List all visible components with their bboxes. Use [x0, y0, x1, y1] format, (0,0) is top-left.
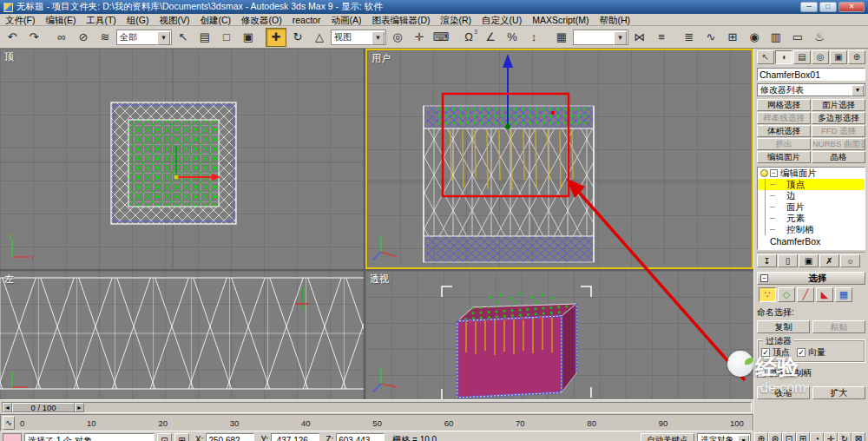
stack-item-handle[interactable]: 控制柄 — [758, 224, 865, 235]
x-coordinate-input[interactable] — [206, 433, 254, 441]
material-editor-button[interactable]: ◉ — [744, 28, 765, 47]
paste-button[interactable]: 粘贴 — [812, 320, 865, 333]
menu-file[interactable]: 文件(F) — [0, 14, 40, 26]
mini-curve-editor-button[interactable]: ∿ — [3, 416, 15, 430]
toolbar-separator[interactable] — [452, 28, 457, 47]
menu-edit[interactable]: 编辑(E) — [40, 14, 81, 26]
filter-vector-checkbox[interactable]: 向量 — [797, 346, 825, 359]
render-setup-button[interactable]: ▥ — [766, 28, 786, 47]
select-and-move-button[interactable]: ✚ — [266, 28, 286, 47]
modify-tab[interactable]: ◖ — [775, 50, 792, 64]
zoom-extents-button[interactable]: ⊡ — [782, 432, 796, 441]
create-tab[interactable]: ↖ — [757, 50, 774, 64]
element-mode-button[interactable]: ▦ — [835, 287, 852, 302]
menu-reactor[interactable]: reactor — [287, 14, 326, 26]
viewport-user-label[interactable]: 用户 — [372, 52, 391, 65]
named-selection-dropdown[interactable] — [573, 30, 628, 45]
menu-rendering[interactable]: 渲染(R) — [436, 14, 477, 26]
select-and-scale-button[interactable]: △ — [309, 28, 330, 47]
absolute-offset-toggle[interactable]: ⊞ — [174, 433, 189, 441]
previous-frame-button[interactable]: ◄ — [3, 403, 12, 412]
track-bar[interactable]: ∿ 0 10 20 30 40 50 60 70 80 90 — [0, 414, 753, 431]
field-of-view-button[interactable]: ◔ — [810, 432, 824, 441]
stack-item-edge[interactable]: 边 — [758, 190, 865, 201]
select-and-rotate-button[interactable]: ↻ — [287, 28, 308, 47]
next-frame-button[interactable]: ► — [75, 403, 84, 412]
utilities-tab[interactable]: ⊕ — [848, 50, 865, 64]
menu-create[interactable]: 创建(C) — [195, 14, 237, 26]
volume-select-button[interactable]: 体积选择 — [757, 125, 811, 137]
viewport-left-label[interactable]: 左 — [4, 273, 14, 286]
shrink-button[interactable]: 收缩 — [757, 386, 810, 399]
expand-icon[interactable]: − — [770, 169, 778, 177]
use-center-button[interactable]: ◎ — [387, 28, 408, 47]
stack-item-vertex[interactable]: 顶点 — [758, 179, 865, 190]
object-name-input[interactable] — [757, 68, 865, 81]
filter-vertex-checkbox[interactable]: 顶点 — [761, 346, 790, 359]
mesh-select-button[interactable]: 网格选择 — [757, 99, 811, 111]
percent-snap-button[interactable]: % — [502, 28, 523, 47]
minimize-button[interactable]: ─ — [800, 2, 818, 12]
extrude-button[interactable]: 挤出 — [757, 138, 811, 150]
selection-region-button[interactable]: □ — [216, 28, 237, 47]
window-crossing-button[interactable]: ▣ — [238, 28, 259, 47]
time-slider-track[interactable]: ◄ 0 / 100 ► — [2, 402, 752, 413]
min-max-toggle-button[interactable]: ⊠ — [852, 432, 865, 441]
schematic-view-button[interactable]: ⊞ — [722, 28, 743, 47]
viewport-top[interactable]: 顶 — [0, 49, 364, 269]
stack-item-element[interactable]: 元素 — [758, 213, 865, 224]
lattice-button[interactable]: 晶格 — [812, 151, 865, 163]
pin-stack-button[interactable]: ↧ — [757, 254, 777, 267]
select-and-link-button[interactable]: ∞ — [51, 28, 72, 47]
spline-select-button[interactable]: 样条线选择 — [757, 112, 811, 124]
time-slider-handle[interactable]: 0 / 100 — [12, 403, 75, 412]
menu-customize[interactable]: 自定义(U) — [477, 14, 527, 26]
arc-rotate-button[interactable]: ↻ — [838, 432, 852, 441]
edit-named-selections-button[interactable]: ▦ — [551, 28, 572, 47]
viewport-perspective[interactable]: 透视 — [365, 271, 753, 399]
undo-button[interactable]: ↶ — [2, 28, 23, 47]
menu-animation[interactable]: 动画(A) — [326, 14, 366, 26]
patch-select-button[interactable]: 面片选择 — [812, 99, 865, 111]
stack-item-edit-patch[interactable]: − 编辑面片 — [758, 168, 865, 179]
auto-key-button[interactable]: 自动关键点 — [641, 433, 694, 441]
menu-maxscript[interactable]: MAXScript(M) — [527, 14, 594, 26]
display-tab[interactable]: ▣ — [830, 50, 847, 64]
render-frame-button[interactable]: ▭ — [787, 28, 808, 47]
toolbar-separator[interactable] — [260, 28, 265, 47]
toolbar-separator[interactable] — [45, 28, 50, 47]
selection-lock-toggle[interactable]: ⊡ — [157, 433, 172, 441]
zoom-extents-all-button[interactable]: ⊞ — [796, 432, 810, 441]
remove-modifier-button[interactable]: ✗ — [819, 254, 839, 267]
z-coordinate-input[interactable] — [336, 433, 385, 441]
stack-item-patch[interactable]: 面片 — [758, 201, 865, 213]
toolbar-separator[interactable] — [545, 28, 550, 47]
keyboard-override-button[interactable]: ⌨ — [431, 28, 451, 47]
mirror-button[interactable]: ⋈ — [629, 28, 650, 47]
menu-views[interactable]: 视图(V) — [155, 14, 195, 26]
stack-item-chamferbox[interactable]: ChamferBox — [758, 235, 865, 247]
menu-tools[interactable]: 工具(T) — [81, 14, 121, 26]
toolbar-separator[interactable] — [673, 28, 678, 47]
configure-modifier-sets-button[interactable]: ☼ — [840, 254, 860, 267]
ffd-select-button[interactable]: FFD 选择 — [812, 125, 865, 137]
redo-button[interactable]: ↷ — [23, 28, 44, 47]
key-scope-dropdown[interactable]: 选定对象 — [697, 433, 751, 441]
nurbs-surface-select-button[interactable]: NURBS 曲面选择 — [812, 138, 865, 150]
y-coordinate-input[interactable] — [271, 433, 319, 441]
vertex-mode-button[interactable]: ∵ — [759, 287, 776, 302]
zoom-all-button[interactable]: ⊛ — [768, 432, 782, 441]
patch-mode-button[interactable]: ◣ — [816, 287, 833, 302]
layer-manager-button[interactable]: ≣ — [679, 28, 700, 47]
edge-mode-button[interactable]: ╱ — [797, 287, 814, 302]
show-end-result-button[interactable]: ▯ — [778, 254, 798, 267]
selection-rollout-header[interactable]: − 选择 — [757, 272, 865, 285]
lock-handles-checkbox[interactable]: 锁定控制柄 — [757, 367, 812, 379]
spinner-snap-button[interactable]: ↕ — [523, 28, 544, 47]
viewport-top-label[interactable]: 顶 — [4, 50, 14, 63]
make-unique-button[interactable]: ▣ — [799, 254, 819, 267]
selection-filter-dropdown[interactable]: 全部 — [116, 30, 172, 45]
pan-button[interactable]: ✛ — [824, 432, 838, 441]
maxscript-mini-listener[interactable] — [3, 433, 22, 441]
curve-editor-button[interactable]: ∿ — [700, 28, 721, 47]
